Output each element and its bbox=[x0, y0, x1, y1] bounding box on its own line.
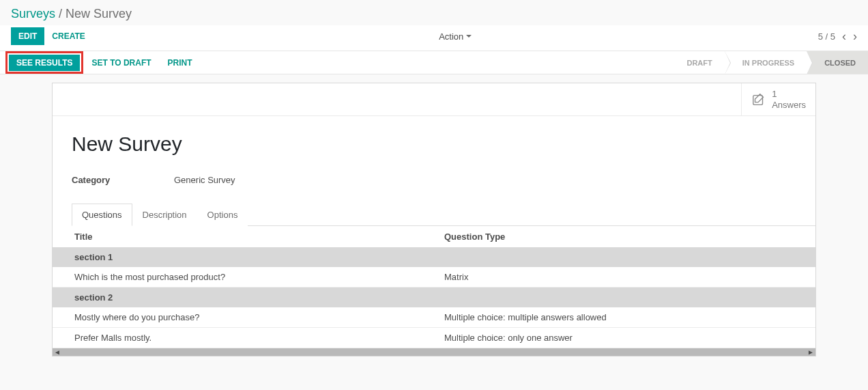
set-to-draft-button[interactable]: SET TO DRAFT bbox=[83, 51, 159, 74]
status-bar: SEE RESULTS SET TO DRAFT PRINT DRAFT IN … bbox=[0, 51, 868, 74]
category-value: Generic Survey bbox=[174, 175, 235, 185]
answers-count: 1 bbox=[772, 89, 806, 100]
row-title: Which is the most purchased product? bbox=[53, 267, 422, 288]
section-row[interactable]: section 2 bbox=[53, 288, 815, 308]
tab-description[interactable]: Description bbox=[132, 204, 197, 226]
questions-table: Title Question Type section 1Which is th… bbox=[53, 226, 815, 348]
form-sheet: 1 Answers New Survey Category Generic Su… bbox=[52, 83, 816, 357]
breadcrumb-sep: / bbox=[55, 7, 66, 20]
control-bar: EDIT CREATE Action 5 / 5 ‹ › bbox=[0, 25, 868, 51]
row-type bbox=[422, 288, 815, 308]
stage-in-progress[interactable]: IN PROGRESS bbox=[725, 51, 807, 74]
action-dropdown[interactable]: Action bbox=[439, 31, 472, 42]
stage-closed[interactable]: CLOSED bbox=[807, 51, 868, 74]
pager-position: 5 / 5 bbox=[818, 31, 835, 42]
tab-options[interactable]: Options bbox=[197, 204, 248, 226]
question-row[interactable]: Mostly where do you purchase?Multiple ch… bbox=[53, 307, 815, 328]
row-title: Prefer Malls mostly. bbox=[53, 328, 422, 348]
questions-table-wrap: Title Question Type section 1Which is th… bbox=[53, 226, 815, 356]
question-row[interactable]: Which is the most purchased product?Matr… bbox=[53, 267, 815, 288]
pager: 5 / 5 ‹ › bbox=[818, 30, 857, 42]
row-type: Multiple choice: only one answer bbox=[422, 328, 815, 348]
highlight-annotation: SEE RESULTS bbox=[5, 51, 83, 74]
see-results-button[interactable]: SEE RESULTS bbox=[9, 55, 80, 71]
category-label: Category bbox=[72, 175, 174, 185]
pencil-square-icon bbox=[751, 92, 766, 107]
breadcrumb-root-link[interactable]: Surveys bbox=[11, 7, 55, 20]
col-type[interactable]: Question Type bbox=[422, 226, 815, 247]
tabs: Questions Description Options bbox=[72, 203, 815, 226]
stat-row: 1 Answers bbox=[53, 83, 815, 116]
answers-label: Answers bbox=[772, 100, 806, 111]
row-title: section 1 bbox=[53, 247, 422, 267]
category-field: Category Generic Survey bbox=[72, 175, 796, 185]
answers-stat-button[interactable]: 1 Answers bbox=[741, 83, 815, 115]
pager-prev[interactable]: ‹ bbox=[842, 30, 846, 42]
print-button[interactable]: PRINT bbox=[160, 51, 201, 74]
edit-button[interactable]: EDIT bbox=[11, 27, 44, 45]
pager-next[interactable]: › bbox=[853, 30, 857, 42]
row-type bbox=[422, 247, 815, 267]
horizontal-scrollbar[interactable] bbox=[53, 348, 815, 356]
status-stages: DRAFT IN PROGRESS CLOSED bbox=[669, 51, 868, 74]
row-type: Matrix bbox=[422, 267, 815, 288]
row-type: Multiple choice: multiple answers allowe… bbox=[422, 307, 815, 328]
col-title[interactable]: Title bbox=[53, 226, 422, 247]
tab-questions[interactable]: Questions bbox=[72, 204, 132, 226]
section-row[interactable]: section 1 bbox=[53, 247, 815, 267]
stage-draft[interactable]: DRAFT bbox=[669, 51, 724, 74]
breadcrumb-current: New Survey bbox=[66, 7, 132, 20]
create-button[interactable]: CREATE bbox=[44, 27, 92, 45]
row-title: Mostly where do you purchase? bbox=[53, 307, 422, 328]
page-title: New Survey bbox=[72, 133, 796, 156]
question-row[interactable]: Prefer Malls mostly.Multiple choice: onl… bbox=[53, 328, 815, 348]
action-label: Action bbox=[439, 31, 463, 42]
caret-down-icon bbox=[466, 35, 472, 38]
row-title: section 2 bbox=[53, 288, 422, 308]
breadcrumb: Surveys / New Survey bbox=[0, 0, 868, 25]
